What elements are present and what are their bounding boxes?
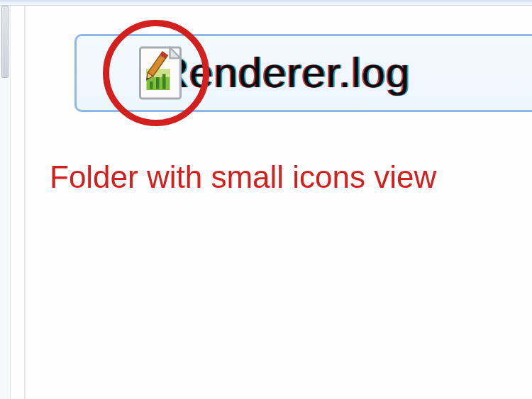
scrollbar-thumb[interactable] <box>1 6 9 78</box>
vertical-scrollbar[interactable] <box>0 6 11 399</box>
file-item-renderer-log[interactable]: Renderer.log <box>74 34 532 112</box>
window-top-edge <box>0 0 532 6</box>
svg-rect-4 <box>156 77 160 89</box>
svg-rect-3 <box>150 82 153 89</box>
file-item-label: Renderer.log <box>158 52 411 94</box>
annotation-caption: Folder with small icons view <box>50 159 436 195</box>
pane-divider <box>24 6 26 399</box>
svg-rect-5 <box>162 74 166 89</box>
log-file-icon <box>137 45 184 101</box>
